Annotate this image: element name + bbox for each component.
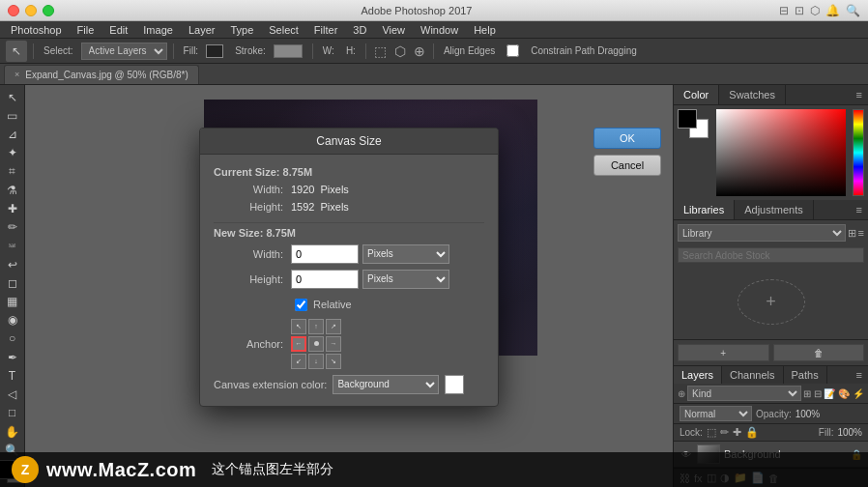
lock-paint-icon[interactable]: ✏	[720, 426, 729, 439]
menu-image[interactable]: Image	[136, 23, 180, 37]
tool-crop[interactable]: ⌗	[2, 163, 23, 180]
tab-libraries[interactable]: Libraries	[674, 200, 735, 219]
lock-transparent-icon[interactable]: ⬚	[707, 426, 716, 439]
tool-stamp[interactable]: ⎃	[2, 238, 23, 254]
canvas-ext-color-swatch[interactable]	[445, 375, 464, 394]
hue-slider[interactable]	[853, 109, 864, 196]
fill-label: Fill:	[180, 44, 203, 57]
color-gradient[interactable]	[716, 109, 846, 196]
select-type-dropdown[interactable]: Active Layers	[81, 43, 167, 60]
layer-filter-icons: ⊞ ⊟ 📝 🎨 ⚡	[803, 388, 864, 399]
anchor-tr[interactable]	[326, 319, 341, 334]
tab-layers[interactable]: Layers	[674, 366, 722, 384]
minimize-button[interactable]	[25, 5, 37, 16]
main-area: ↖ ▭ ⊿ ✦ ⌗ ⚗ ✚ ✏ ⎃ ↩ ◻ ▦ ◉ ○ ✒ T ◁ □ ✋ 🔍 …	[0, 85, 868, 487]
tool-gradient[interactable]: ▦	[2, 293, 23, 309]
relative-row: Relative	[214, 299, 484, 311]
menu-3d[interactable]: 3D	[346, 23, 373, 37]
warp-icon[interactable]: ⬡	[394, 43, 406, 59]
new-height-input[interactable]	[291, 270, 359, 289]
canvas-ext-color-select[interactable]: Background Foreground White Black Gray O…	[333, 375, 439, 394]
menu-window[interactable]: Window	[414, 23, 465, 37]
new-height-unit-select[interactable]: Pixels Percent Inches cm	[362, 270, 449, 289]
add-library-icon[interactable]: +	[766, 292, 776, 312]
color-fg-swatch[interactable]	[678, 109, 697, 129]
anchor-br[interactable]	[326, 354, 341, 369]
align-icon[interactable]: ⊕	[414, 43, 425, 59]
close-button[interactable]	[8, 5, 19, 16]
library-dropdown[interactable]: Library	[678, 224, 846, 242]
tab-close-icon[interactable]: ×	[14, 70, 19, 79]
canvas-ext-color-row: Canvas extension color: Background Foreg…	[214, 375, 484, 394]
current-size-section: Current Size: 8.75M Width: 1920 Pixels H…	[214, 166, 484, 213]
tool-history[interactable]: ↩	[2, 256, 23, 272]
tab-channels[interactable]: Channels	[722, 366, 783, 384]
layers-panel-menu[interactable]: ≡	[851, 366, 868, 384]
menu-filter[interactable]: Filter	[307, 23, 344, 37]
blend-mode-select[interactable]: Normal	[680, 406, 752, 421]
color-panel-menu[interactable]: ≡	[851, 85, 868, 104]
fill-value: 100%	[837, 427, 862, 438]
tool-shape[interactable]: □	[2, 405, 23, 421]
menu-photoshop[interactable]: Photoshop	[4, 23, 69, 37]
tool-brush[interactable]: ✏	[2, 219, 23, 236]
delete-library-button[interactable]: 🗑	[773, 344, 865, 361]
tool-blur[interactable]: ◉	[2, 312, 23, 329]
anchor-t[interactable]	[308, 319, 324, 334]
tool-eraser[interactable]: ◻	[2, 274, 23, 291]
move-tool-icon[interactable]: ↖	[6, 41, 27, 62]
tab-color[interactable]: Color	[674, 85, 719, 104]
tab-adjustments[interactable]: Adjustments	[735, 200, 814, 219]
menu-edit[interactable]: Edit	[102, 23, 134, 37]
library-select-row: Library ⊞ ≡	[674, 220, 868, 245]
tool-select-rect[interactable]: ▭	[2, 107, 23, 124]
menu-type[interactable]: Type	[223, 23, 260, 37]
lock-all-icon[interactable]: 🔒	[745, 426, 759, 439]
layers-lock-row: Lock: ⬚ ✏ ✚ 🔒 Fill: 100%	[674, 424, 868, 442]
tool-eyedropper[interactable]: ⚗	[2, 182, 23, 198]
new-width-label: Width:	[214, 248, 291, 260]
transform-icon[interactable]: ⬚	[374, 43, 387, 59]
traffic-lights	[8, 5, 54, 16]
tab-swatches[interactable]: Swatches	[719, 85, 786, 104]
tool-pen[interactable]: ✒	[2, 349, 23, 365]
current-width-row: Width: 1920 Pixels	[214, 184, 484, 195]
adobe-stock-search[interactable]	[678, 247, 864, 263]
menu-view[interactable]: View	[375, 23, 412, 37]
stroke-swatch[interactable]	[274, 44, 303, 58]
library-grid-icon[interactable]: ⊞	[848, 227, 856, 240]
menu-file[interactable]: File	[71, 23, 101, 37]
anchor-bl[interactable]	[291, 354, 306, 369]
layer-kind-select[interactable]: Kind	[687, 386, 801, 401]
anchor-l[interactable]	[291, 336, 306, 352]
toolbar-sep-3	[312, 43, 313, 59]
constrain-checkbox[interactable]	[506, 44, 519, 57]
tool-dodge[interactable]: ○	[2, 330, 23, 347]
anchor-r[interactable]	[326, 336, 341, 352]
tool-hand[interactable]: ✋	[2, 423, 23, 440]
anchor-c[interactable]	[308, 336, 324, 352]
tool-magic-wand[interactable]: ✦	[2, 145, 23, 161]
menu-layer[interactable]: Layer	[182, 23, 222, 37]
tool-lasso[interactable]: ⊿	[2, 126, 23, 142]
tool-move[interactable]: ↖	[2, 89, 23, 105]
tool-path-select[interactable]: ◁	[2, 387, 23, 403]
lock-position-icon[interactable]: ✚	[733, 426, 741, 439]
tool-type[interactable]: T	[2, 367, 23, 384]
fill-swatch[interactable]	[206, 44, 223, 58]
anchor-b[interactable]	[308, 354, 324, 369]
canvas-tab[interactable]: × Expand_Canvas.jpg @ 50% (RGB/8*)	[4, 65, 199, 84]
add-to-library-button[interactable]: +	[678, 344, 769, 361]
tool-heal[interactable]: ✚	[2, 200, 23, 216]
new-width-unit-select[interactable]: Pixels Percent Inches cm	[362, 244, 449, 264]
opacity-value: 100%	[796, 409, 821, 419]
anchor-tl[interactable]	[291, 319, 306, 334]
menu-help[interactable]: Help	[467, 23, 503, 37]
tab-paths[interactable]: Paths	[784, 366, 827, 384]
menu-select[interactable]: Select	[262, 23, 305, 37]
relative-checkbox[interactable]	[295, 299, 307, 311]
lib-panel-menu[interactable]: ≡	[851, 200, 868, 219]
new-width-input[interactable]	[291, 244, 359, 264]
library-list-icon[interactable]: ≡	[858, 227, 864, 239]
maximize-button[interactable]	[43, 5, 54, 16]
